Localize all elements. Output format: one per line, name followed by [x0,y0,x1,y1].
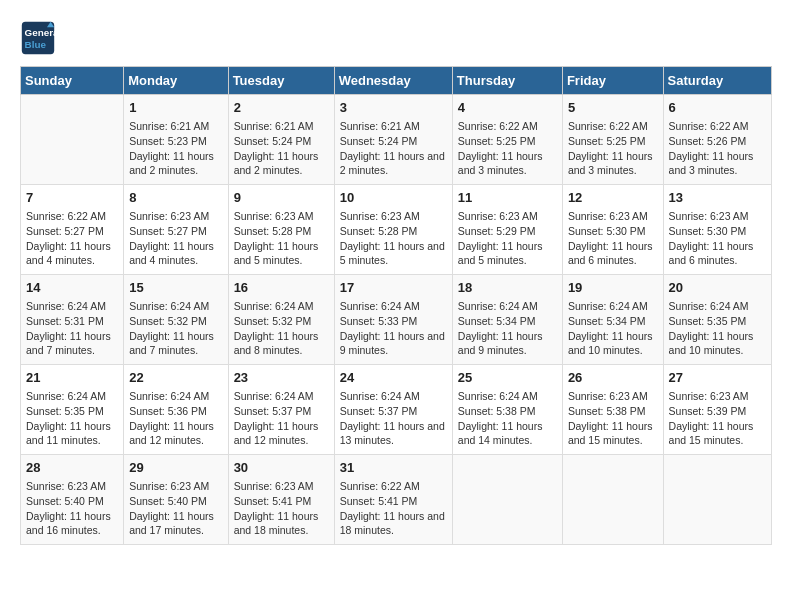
sunset-text: Sunset: 5:40 PM [129,494,222,509]
calendar-cell: 26Sunrise: 6:23 AMSunset: 5:38 PMDayligh… [562,365,663,455]
sunrise-text: Sunrise: 6:23 AM [26,479,118,494]
daylight-text: Daylight: 11 hours and 18 minutes. [340,509,447,538]
daylight-text: Daylight: 11 hours and 9 minutes. [340,329,447,358]
day-number: 30 [234,459,329,477]
page-header: General Blue [20,20,772,56]
daylight-text: Daylight: 11 hours and 12 minutes. [129,419,222,448]
calendar-cell: 16Sunrise: 6:24 AMSunset: 5:32 PMDayligh… [228,275,334,365]
daylight-text: Daylight: 11 hours and 4 minutes. [26,239,118,268]
sunset-text: Sunset: 5:28 PM [234,224,329,239]
cell-content: 12Sunrise: 6:23 AMSunset: 5:30 PMDayligh… [568,189,658,268]
cell-content: 30Sunrise: 6:23 AMSunset: 5:41 PMDayligh… [234,459,329,538]
sunrise-text: Sunrise: 6:24 AM [669,299,766,314]
day-number: 1 [129,99,222,117]
sunset-text: Sunset: 5:34 PM [458,314,557,329]
sunrise-text: Sunrise: 6:24 AM [458,299,557,314]
calendar-cell: 9Sunrise: 6:23 AMSunset: 5:28 PMDaylight… [228,185,334,275]
cell-content: 26Sunrise: 6:23 AMSunset: 5:38 PMDayligh… [568,369,658,448]
cell-content: 23Sunrise: 6:24 AMSunset: 5:37 PMDayligh… [234,369,329,448]
daylight-text: Daylight: 11 hours and 3 minutes. [669,149,766,178]
day-number: 28 [26,459,118,477]
daylight-text: Daylight: 11 hours and 5 minutes. [340,239,447,268]
day-number: 22 [129,369,222,387]
sunrise-text: Sunrise: 6:23 AM [458,209,557,224]
sunset-text: Sunset: 5:34 PM [568,314,658,329]
sunset-text: Sunset: 5:39 PM [669,404,766,419]
day-number: 2 [234,99,329,117]
daylight-text: Daylight: 11 hours and 10 minutes. [568,329,658,358]
day-number: 15 [129,279,222,297]
calendar-cell: 12Sunrise: 6:23 AMSunset: 5:30 PMDayligh… [562,185,663,275]
day-number: 6 [669,99,766,117]
cell-content: 8Sunrise: 6:23 AMSunset: 5:27 PMDaylight… [129,189,222,268]
calendar-cell: 20Sunrise: 6:24 AMSunset: 5:35 PMDayligh… [663,275,771,365]
sunset-text: Sunset: 5:40 PM [26,494,118,509]
calendar-cell: 5Sunrise: 6:22 AMSunset: 5:25 PMDaylight… [562,95,663,185]
svg-text:General: General [25,27,57,38]
sunrise-text: Sunrise: 6:21 AM [234,119,329,134]
calendar-cell [452,455,562,545]
sunset-text: Sunset: 5:41 PM [340,494,447,509]
day-number: 17 [340,279,447,297]
sunrise-text: Sunrise: 6:24 AM [26,299,118,314]
daylight-text: Daylight: 11 hours and 6 minutes. [568,239,658,268]
cell-content: 5Sunrise: 6:22 AMSunset: 5:25 PMDaylight… [568,99,658,178]
calendar-header-row: SundayMondayTuesdayWednesdayThursdayFrid… [21,67,772,95]
sunrise-text: Sunrise: 6:24 AM [234,389,329,404]
day-number: 24 [340,369,447,387]
calendar-cell: 29Sunrise: 6:23 AMSunset: 5:40 PMDayligh… [124,455,228,545]
sunrise-text: Sunrise: 6:21 AM [129,119,222,134]
sunrise-text: Sunrise: 6:22 AM [458,119,557,134]
day-number: 4 [458,99,557,117]
day-number: 13 [669,189,766,207]
day-number: 9 [234,189,329,207]
daylight-text: Daylight: 11 hours and 5 minutes. [458,239,557,268]
day-number: 26 [568,369,658,387]
day-number: 23 [234,369,329,387]
sunset-text: Sunset: 5:28 PM [340,224,447,239]
cell-content: 15Sunrise: 6:24 AMSunset: 5:32 PMDayligh… [129,279,222,358]
day-number: 19 [568,279,658,297]
sunset-text: Sunset: 5:38 PM [458,404,557,419]
calendar-cell: 24Sunrise: 6:24 AMSunset: 5:37 PMDayligh… [334,365,452,455]
sunrise-text: Sunrise: 6:23 AM [669,389,766,404]
sunrise-text: Sunrise: 6:21 AM [340,119,447,134]
daylight-text: Daylight: 11 hours and 17 minutes. [129,509,222,538]
header-friday: Friday [562,67,663,95]
calendar-cell: 4Sunrise: 6:22 AMSunset: 5:25 PMDaylight… [452,95,562,185]
sunset-text: Sunset: 5:25 PM [568,134,658,149]
day-number: 11 [458,189,557,207]
day-number: 3 [340,99,447,117]
sunrise-text: Sunrise: 6:23 AM [669,209,766,224]
sunrise-text: Sunrise: 6:23 AM [234,479,329,494]
calendar-week-row: 1Sunrise: 6:21 AMSunset: 5:23 PMDaylight… [21,95,772,185]
calendar-cell: 21Sunrise: 6:24 AMSunset: 5:35 PMDayligh… [21,365,124,455]
calendar-cell: 3Sunrise: 6:21 AMSunset: 5:24 PMDaylight… [334,95,452,185]
cell-content: 22Sunrise: 6:24 AMSunset: 5:36 PMDayligh… [129,369,222,448]
calendar-cell: 31Sunrise: 6:22 AMSunset: 5:41 PMDayligh… [334,455,452,545]
sunset-text: Sunset: 5:26 PM [669,134,766,149]
cell-content: 29Sunrise: 6:23 AMSunset: 5:40 PMDayligh… [129,459,222,538]
cell-content: 7Sunrise: 6:22 AMSunset: 5:27 PMDaylight… [26,189,118,268]
sunrise-text: Sunrise: 6:23 AM [234,209,329,224]
sunset-text: Sunset: 5:33 PM [340,314,447,329]
sunset-text: Sunset: 5:37 PM [340,404,447,419]
calendar-cell: 30Sunrise: 6:23 AMSunset: 5:41 PMDayligh… [228,455,334,545]
day-number: 10 [340,189,447,207]
header-sunday: Sunday [21,67,124,95]
sunset-text: Sunset: 5:23 PM [129,134,222,149]
sunset-text: Sunset: 5:25 PM [458,134,557,149]
sunset-text: Sunset: 5:24 PM [234,134,329,149]
daylight-text: Daylight: 11 hours and 15 minutes. [669,419,766,448]
day-number: 31 [340,459,447,477]
calendar-cell: 23Sunrise: 6:24 AMSunset: 5:37 PMDayligh… [228,365,334,455]
day-number: 16 [234,279,329,297]
cell-content: 24Sunrise: 6:24 AMSunset: 5:37 PMDayligh… [340,369,447,448]
day-number: 8 [129,189,222,207]
cell-content: 25Sunrise: 6:24 AMSunset: 5:38 PMDayligh… [458,369,557,448]
daylight-text: Daylight: 11 hours and 4 minutes. [129,239,222,268]
day-number: 29 [129,459,222,477]
sunrise-text: Sunrise: 6:24 AM [234,299,329,314]
cell-content: 17Sunrise: 6:24 AMSunset: 5:33 PMDayligh… [340,279,447,358]
daylight-text: Daylight: 11 hours and 12 minutes. [234,419,329,448]
